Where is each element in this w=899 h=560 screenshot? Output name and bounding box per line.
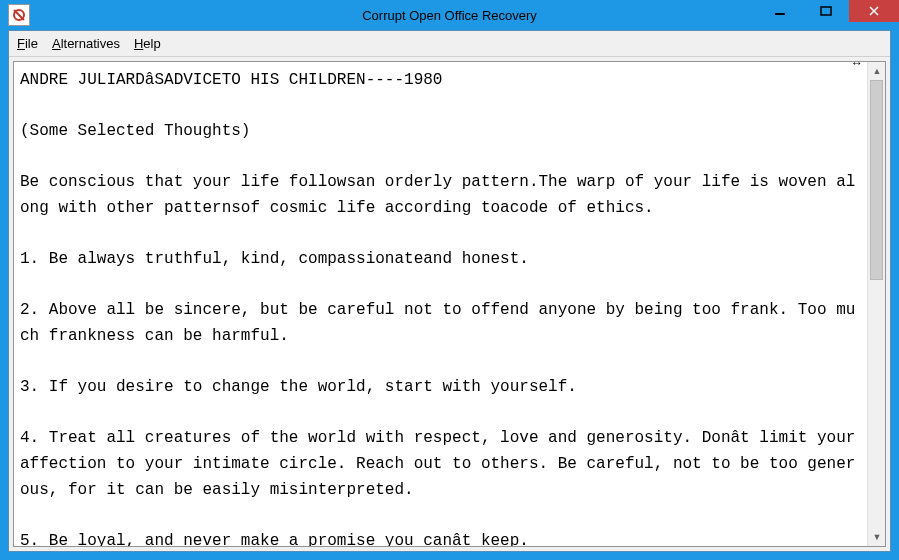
document-text[interactable]: ANDRE JULIARDâSADVICETO HIS CHILDREN----… [14, 62, 867, 546]
titlebar[interactable]: Corrupt Open Office Recovery [0, 0, 899, 30]
svg-rect-1 [821, 7, 831, 15]
maximize-button[interactable] [803, 0, 849, 22]
close-icon [868, 5, 880, 17]
window-controls [757, 0, 899, 22]
menubar: File Alternatives Help [9, 31, 890, 57]
editor-container: ↔ ANDRE JULIARDâSADVICETO HIS CHILDREN--… [13, 61, 886, 547]
scrollbar-thumb[interactable] [870, 80, 883, 280]
minimize-button[interactable] [757, 0, 803, 22]
minimize-icon [774, 5, 786, 17]
svg-rect-0 [775, 13, 785, 15]
app-icon [8, 4, 30, 26]
menu-help[interactable]: Help [134, 36, 161, 51]
vertical-scrollbar[interactable]: ▲ ▼ [867, 62, 885, 546]
menu-file[interactable]: File [17, 36, 38, 51]
menu-alternatives[interactable]: Alternatives [52, 36, 120, 51]
scroll-up-arrow-icon[interactable]: ▲ [868, 62, 886, 80]
client-area: File Alternatives Help ↔ ANDRE JULIARDâS… [8, 30, 891, 552]
maximize-icon [820, 5, 832, 17]
close-button[interactable] [849, 0, 899, 22]
scroll-down-arrow-icon[interactable]: ▼ [868, 528, 886, 546]
